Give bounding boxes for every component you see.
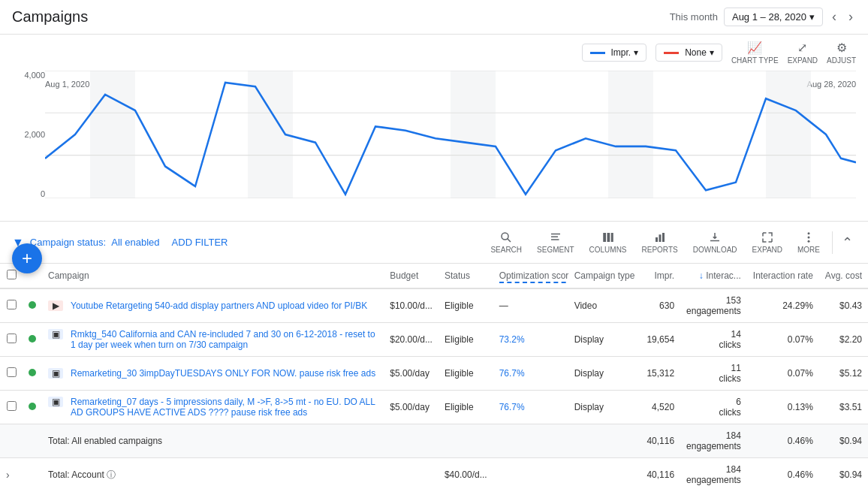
expand-toolbar-item[interactable]: EXPAND (746, 228, 788, 257)
reports-toolbar-item[interactable]: REPORTS (636, 228, 684, 257)
y-label-0: 0 (12, 189, 45, 198)
segment-icon (549, 231, 562, 244)
metric2-label: None (685, 47, 707, 58)
table-row: ▣ Remarketing_30 3impDayTUESDAYS ONLY FO… (0, 357, 868, 391)
opt-score-column-header[interactable]: Optimization score (493, 264, 568, 288)
segment-toolbar-item[interactable]: SEGMENT (531, 228, 580, 257)
campaign-link[interactable]: Rmktg_540 California and CAN re-included… (71, 329, 378, 350)
download-toolbar-item[interactable]: DOWNLOAD (687, 228, 743, 257)
y-label-2000: 2,000 (12, 130, 45, 139)
interactions-cell: 153 engagements (680, 288, 747, 323)
adjust-control[interactable]: ⚙ ADJUST (827, 41, 856, 65)
campaign-link[interactable]: Remarketing_07 days - 5 impressions dail… (71, 397, 378, 418)
total-enabled-dot (23, 424, 42, 458)
toolbar: SEARCH SEGMENT COLUMNS REPORTS DOWNLOAD … (484, 228, 856, 257)
interaction-rate-cell: 0.07% (747, 323, 819, 357)
total-account-type (568, 458, 641, 487)
svg-rect-0 (90, 71, 135, 198)
svg-rect-13 (551, 239, 559, 240)
info-icon[interactable]: ⓘ (107, 469, 116, 480)
total-enabled-row: Total: All enabled campaigns 40,116 184 … (0, 424, 868, 458)
campaign-type-cell: Display (568, 391, 641, 424)
metric1-chevron: ▾ (634, 47, 638, 58)
svg-rect-12 (551, 237, 558, 238)
chart-y-labels: 4,000 2,000 0 (12, 71, 45, 198)
expand-chart-control[interactable]: ⤢ EXPAND (788, 41, 818, 65)
interaction-rate-cell: 0.07% (747, 357, 819, 391)
status-col-header[interactable]: Status (439, 264, 493, 288)
row-checkbox[interactable] (7, 367, 17, 377)
add-button[interactable]: + (12, 243, 42, 273)
svg-rect-17 (656, 237, 658, 242)
campaign-type-column-header[interactable]: Campaign type (568, 264, 641, 288)
total-enabled-type (568, 424, 641, 458)
page-title: Campaigns (12, 8, 88, 26)
more-icon (802, 231, 815, 244)
opt-score-cell: 73.2% (493, 323, 568, 357)
interaction-rate-column-header[interactable]: Interaction rate (747, 264, 819, 288)
adjust-icon: ⚙ (836, 41, 847, 55)
campaign-type-cell: Video (568, 288, 641, 323)
more-toolbar-item[interactable]: MORE (791, 228, 826, 257)
campaign-link[interactable]: Remarketing_30 3impDayTUESDAYS ONLY FOR … (71, 368, 375, 379)
svg-point-20 (808, 232, 810, 234)
total-enabled-opt (493, 424, 568, 458)
segment-label: SEGMENT (537, 246, 574, 254)
avg-cost-cell: $2.20 (819, 323, 868, 357)
line-chart-icon: 📈 (747, 41, 762, 55)
status-dot-cell (23, 391, 42, 424)
row-checkbox-cell[interactable] (0, 323, 23, 357)
date-range-text: Aug 1 – 28, 2020 (732, 11, 806, 23)
chart-type-label: CHART TYPE (731, 56, 779, 65)
search-label: SEARCH (490, 246, 522, 254)
search-toolbar-item[interactable]: SEARCH (484, 228, 528, 257)
row-checkbox[interactable] (7, 334, 17, 343)
total-enabled-interactions: 184 engagements (680, 424, 747, 458)
total-account-row: › Total: Account ⓘ $40.00/d... 40,116 18… (0, 458, 868, 487)
columns-toolbar-item[interactable]: COLUMNS (583, 228, 633, 257)
add-icon: + (22, 248, 32, 269)
avg-cost-cell: $0.43 (819, 288, 868, 323)
total-account-expand[interactable]: › (0, 458, 23, 487)
collapse-button[interactable]: ⌃ (839, 231, 856, 254)
metric1-button[interactable]: Impr. ▾ (582, 44, 647, 62)
impr-column-header[interactable]: Impr. (640, 264, 680, 288)
eligible-status-cell: Eligible (439, 323, 493, 357)
total-enabled-label: Total: All enabled campaigns (42, 424, 493, 458)
top-bar: Campaigns This month Aug 1 – 28, 2020 ▾ … (0, 0, 868, 35)
toolbar-divider (832, 231, 833, 254)
budget-column-header[interactable]: Budget (384, 264, 439, 288)
row-checkbox[interactable] (7, 300, 17, 309)
prev-period-button[interactable]: ‹ (829, 6, 839, 28)
row-checkbox-cell[interactable] (0, 391, 23, 424)
metric1-legend (590, 52, 605, 54)
chart-type-control[interactable]: 📈 CHART TYPE (731, 41, 779, 65)
next-period-button[interactable]: › (845, 6, 856, 28)
interactions-cell: 6 clicks (680, 391, 747, 424)
select-all-checkbox[interactable] (7, 270, 17, 279)
status-dot-cell (23, 357, 42, 391)
interactions-column-header[interactable]: ↓ Interac... (680, 264, 747, 288)
opt-score-cell: 76.7% (493, 357, 568, 391)
top-bar-right: This month Aug 1 – 28, 2020 ▾ ‹ › (670, 6, 856, 28)
table-row: ▶ Youtube Retargeting 540-add display pa… (0, 288, 868, 323)
date-range-button[interactable]: Aug 1 – 28, 2020 ▾ (724, 8, 823, 26)
total-account-budget: $40.00/d... (439, 458, 493, 487)
table-row: ▣ Remarketing_07 days - 5 impressions da… (0, 391, 868, 424)
add-filter-button[interactable]: ADD FILTER (166, 237, 234, 248)
campaign-link[interactable]: Youtube Retargeting 540-add display part… (71, 300, 367, 311)
svg-rect-18 (659, 234, 661, 242)
row-checkbox-cell[interactable] (0, 288, 23, 323)
expand-account-button[interactable]: › (6, 469, 10, 481)
campaign-type-icon: ▶ (48, 300, 63, 311)
reports-label: REPORTS (642, 246, 678, 254)
row-checkbox[interactable] (7, 401, 17, 411)
avg-cost-column-header[interactable]: Avg. cost (819, 264, 868, 288)
row-checkbox-cell[interactable] (0, 357, 23, 391)
interaction-rate-cell: 0.13% (747, 391, 819, 424)
metric2-legend (664, 52, 679, 54)
expand-icon (761, 231, 774, 244)
impressions-cell: 4,520 (640, 391, 680, 424)
campaign-column-header[interactable]: Campaign (42, 264, 384, 288)
metric2-button[interactable]: None ▾ (656, 44, 722, 62)
